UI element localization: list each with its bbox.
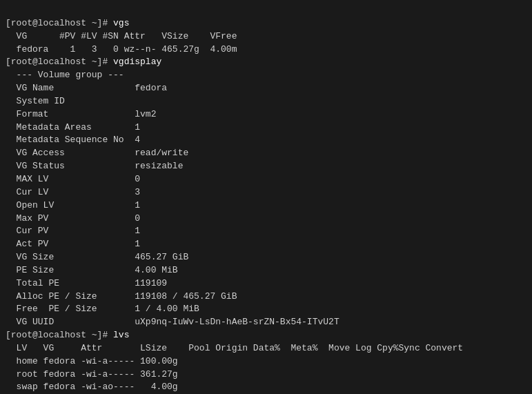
prompt-text: [root@localhost ~]# xyxy=(6,57,113,67)
terminal-line: Cur PV 1 xyxy=(6,225,526,238)
terminal-line: root fedora -wi-a----- 361.27g xyxy=(6,368,526,382)
terminal-line: [root@localhost ~]# lvs xyxy=(6,329,526,342)
terminal-line: Max PV 0 xyxy=(6,213,526,226)
terminal-line: LV VG Attr LSize Pool Origin Data% Meta%… xyxy=(6,342,526,355)
prompt-text: [root@localhost ~]# xyxy=(6,330,113,340)
terminal-line: Cur LV 3 xyxy=(6,186,526,199)
terminal-line: Format lvm2 xyxy=(6,108,526,121)
terminal-line: VG UUID uXp9nq-IuWv-LsDn-hAeB-srZN-Bx54-… xyxy=(6,316,526,329)
terminal-window[interactable]: [root@localhost ~]# vgs VG #PV #LV #SN A… xyxy=(0,0,532,394)
terminal-line: Metadata Sequence No 4 xyxy=(6,134,526,147)
terminal-line: swap fedora -wi-ao---- 4.00g xyxy=(6,381,526,394)
terminal-line: System ID xyxy=(6,95,526,108)
terminal-line: VG Access read/write xyxy=(6,147,526,160)
terminal-line: fedora 1 3 0 wz--n- 465.27g 4.00m xyxy=(6,43,526,57)
terminal-line: [root@localhost ~]# vgs xyxy=(6,17,526,30)
terminal-line: Open LV 1 xyxy=(6,199,526,213)
terminal-line: Free PE / Size 1 / 4.00 MiB xyxy=(6,303,526,316)
command-text: lvs xyxy=(113,330,129,340)
terminal-line: VG Name fedora xyxy=(6,82,526,95)
terminal-line: Alloc PE / Size 119108 / 465.27 GiB xyxy=(6,290,526,304)
terminal-line: home fedora -wi-a----- 100.00g xyxy=(6,355,526,368)
terminal-line: VG Status resizable xyxy=(6,160,526,173)
terminal-line: VG #PV #LV #SN Attr VSize VFree xyxy=(6,30,526,43)
terminal-line: --- Volume group --- xyxy=(6,69,526,82)
command-text: vgs xyxy=(113,18,129,28)
terminal-line: Act PV 1 xyxy=(6,238,526,251)
terminal-line: MAX LV 0 xyxy=(6,173,526,186)
terminal-line: PE Size 4.00 MiB xyxy=(6,264,526,277)
terminal-line: [root@localhost ~]# vgdisplay xyxy=(6,56,526,69)
terminal-line: Total PE 119109 xyxy=(6,277,526,290)
terminal-line: Metadata Areas 1 xyxy=(6,121,526,135)
prompt-text: [root@localhost ~]# xyxy=(6,18,113,28)
terminal-line: VG Size 465.27 GiB xyxy=(6,251,526,264)
command-text: vgdisplay xyxy=(113,57,161,67)
